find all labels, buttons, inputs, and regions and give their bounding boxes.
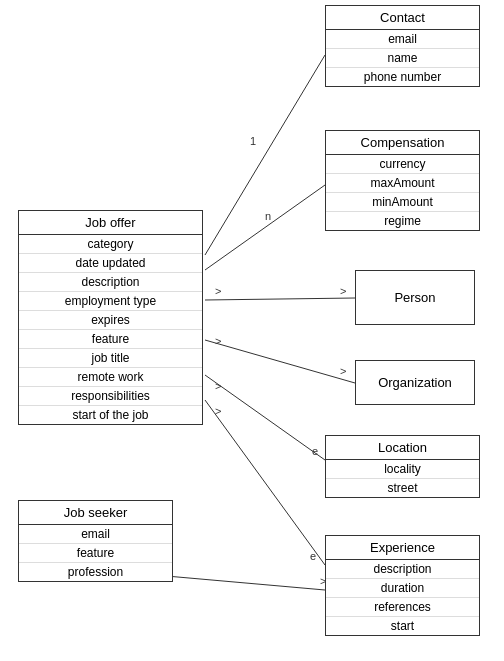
experience-description: description: [326, 560, 479, 579]
location-street: street: [326, 479, 479, 497]
experience-duration: duration: [326, 579, 479, 598]
compensation-entity: Compensation currency maxAmount minAmoun…: [325, 130, 480, 231]
svg-line-0: [205, 55, 325, 255]
svg-line-2: [205, 185, 325, 270]
diagram-container: 1 n > > > > > e > e > Contact email name…: [0, 0, 504, 661]
experience-entity: Experience description duration referenc…: [325, 535, 480, 636]
person-title: Person: [386, 286, 443, 309]
svg-text:>: >: [215, 335, 221, 347]
job-offer-remote-work: remote work: [19, 368, 202, 387]
svg-text:n: n: [265, 210, 271, 222]
organization-title: Organization: [370, 371, 460, 394]
person-entity: Person: [355, 270, 475, 325]
job-offer-entity: Job offer category date updated descript…: [18, 210, 203, 425]
job-seeker-entity: Job seeker email feature profession: [18, 500, 173, 582]
location-entity: Location locality street: [325, 435, 480, 498]
svg-line-7: [205, 340, 355, 383]
svg-text:e: e: [312, 445, 318, 457]
svg-line-4: [205, 298, 355, 300]
job-offer-category: category: [19, 235, 202, 254]
compensation-regime: regime: [326, 212, 479, 230]
svg-line-13: [205, 400, 325, 565]
job-seeker-profession: profession: [19, 563, 172, 581]
job-offer-expires: expires: [19, 311, 202, 330]
job-offer-employment-type: employment type: [19, 292, 202, 311]
contact-name: name: [326, 49, 479, 68]
location-locality: locality: [326, 460, 479, 479]
contact-entity: Contact email name phone number: [325, 5, 480, 87]
svg-line-16: [155, 575, 325, 590]
job-offer-title: Job offer: [19, 211, 202, 235]
job-seeker-email: email: [19, 525, 172, 544]
compensation-title: Compensation: [326, 131, 479, 155]
contact-email: email: [326, 30, 479, 49]
location-title: Location: [326, 436, 479, 460]
svg-text:e: e: [310, 550, 316, 562]
job-offer-start: start of the job: [19, 406, 202, 424]
job-offer-feature: feature: [19, 330, 202, 349]
svg-text:>: >: [215, 380, 221, 392]
job-offer-date-updated: date updated: [19, 254, 202, 273]
compensation-minamount: minAmount: [326, 193, 479, 212]
job-offer-job-title: job title: [19, 349, 202, 368]
experience-references: references: [326, 598, 479, 617]
svg-text:1: 1: [250, 135, 256, 147]
job-seeker-title: Job seeker: [19, 501, 172, 525]
job-offer-responsibilities: responsibilities: [19, 387, 202, 406]
compensation-currency: currency: [326, 155, 479, 174]
organization-entity: Organization: [355, 360, 475, 405]
compensation-maxamount: maxAmount: [326, 174, 479, 193]
svg-text:>: >: [215, 405, 221, 417]
svg-text:>: >: [215, 285, 221, 297]
job-seeker-feature: feature: [19, 544, 172, 563]
experience-title: Experience: [326, 536, 479, 560]
job-offer-description: description: [19, 273, 202, 292]
svg-line-10: [205, 375, 325, 460]
experience-start: start: [326, 617, 479, 635]
contact-phone: phone number: [326, 68, 479, 86]
svg-text:>: >: [340, 365, 346, 377]
svg-text:>: >: [340, 285, 346, 297]
contact-title: Contact: [326, 6, 479, 30]
